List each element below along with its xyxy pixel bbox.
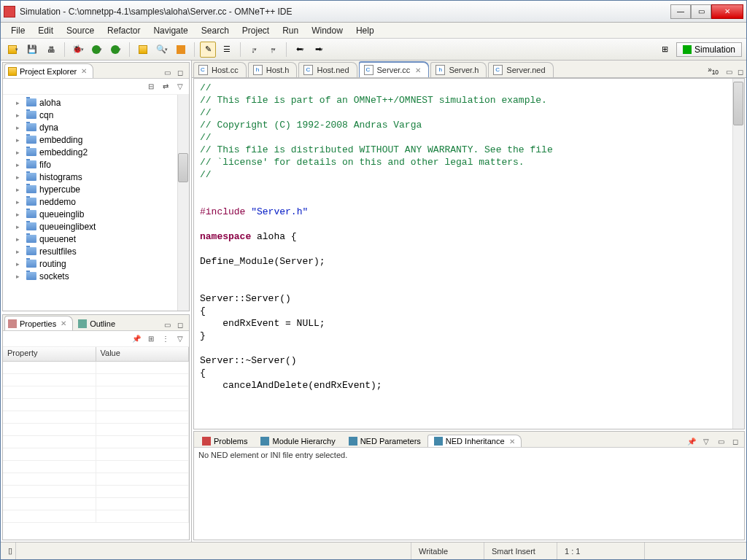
categories-button[interactable]: ⊞ — [145, 333, 157, 345]
forward-button[interactable]: ➡▾ — [311, 42, 327, 58]
menu-project[interactable]: Project — [236, 24, 275, 37]
next-annotation-button[interactable]: ↓▾ — [246, 42, 262, 58]
file-icon — [253, 65, 263, 75]
minimize-view-button[interactable]: ▭ — [161, 319, 173, 330]
close-icon[interactable]: ✕ — [415, 66, 421, 74]
collapse-all-button[interactable]: ⊟ — [145, 81, 157, 93]
editor-scrollbar[interactable] — [732, 79, 744, 429]
open-type-button[interactable] — [135, 42, 151, 58]
maximize-button[interactable]: ▭ — [691, 4, 711, 19]
editor-tab-server-ned[interactable]: Server.ned — [488, 62, 553, 77]
project-explorer-view: Project Explorer ✕ ▭ ◻ ⊟ ⇄ ▽ ▸aloha▸cqn▸… — [2, 62, 190, 311]
tree-item-sockets[interactable]: ▸sockets — [3, 270, 189, 282]
editor-tab-server-cc[interactable]: Server.cc✕ — [359, 62, 430, 77]
tree-item-label: queueinglib — [39, 209, 84, 219]
tree-item-routing[interactable]: ▸routing — [3, 257, 189, 270]
tree-item-hypercube[interactable]: ▸hypercube — [3, 183, 189, 195]
tree-item-queueinglibext[interactable]: ▸queueinglibext — [3, 220, 189, 233]
properties-title: Properties — [20, 319, 56, 328]
debug-button[interactable]: 🐞▾ — [70, 42, 86, 58]
tree-item-dyna[interactable]: ▸dyna — [3, 121, 189, 133]
filter-button[interactable]: ⋮ — [160, 333, 171, 345]
minimize-view-button[interactable]: ▭ — [161, 66, 173, 78]
tree-item-neddemo[interactable]: ▸neddemo — [3, 195, 189, 208]
close-button[interactable]: ✕ — [711, 4, 743, 19]
outline-tab[interactable]: Outline — [74, 316, 122, 330]
menu-navigate[interactable]: Navigate — [147, 24, 193, 37]
open-task-button[interactable] — [173, 42, 189, 58]
minimize-button[interactable]: — — [670, 4, 691, 19]
menu-run[interactable]: Run — [276, 24, 304, 37]
tree-item-queueinglib[interactable]: ▸queueinglib — [3, 208, 189, 220]
view-menu-button[interactable]: ▽ — [174, 81, 186, 93]
col-property[interactable]: Property — [3, 347, 96, 361]
menu-help[interactable]: Help — [350, 24, 380, 37]
project-tree[interactable]: ▸aloha▸cqn▸dyna▸embedding▸embedding2▸fif… — [3, 95, 189, 311]
menu-search[interactable]: Search — [196, 24, 235, 37]
save-button[interactable]: 💾 — [24, 42, 40, 58]
tree-item-fifo[interactable]: ▸fifo — [3, 158, 189, 171]
pin-button[interactable]: 📌 — [686, 435, 697, 447]
project-explorer-tab[interactable]: Project Explorer ✕ — [4, 63, 93, 78]
back-button[interactable]: ⬅▾ — [292, 42, 308, 58]
link-editor-button[interactable]: ⇄ — [160, 81, 171, 93]
code-line: // — [200, 107, 212, 118]
search-button[interactable]: 🔍▾ — [154, 42, 170, 58]
tree-item-embedding[interactable]: ▸embedding — [3, 133, 189, 146]
tab-overflow-button[interactable]: »10 — [703, 64, 723, 77]
bottom-tab-problems[interactable]: Problems — [196, 435, 254, 447]
maximize-view-button[interactable]: ◻ — [174, 319, 186, 330]
tree-item-queuenet[interactable]: ▸queuenet — [3, 233, 189, 245]
editor-tab-host-h[interactable]: Host.h — [248, 62, 298, 77]
maximize-view-button[interactable]: ◻ — [174, 66, 186, 78]
toggle-block-button[interactable]: ☰ — [219, 42, 235, 58]
fastview-icon[interactable]: ▯ — [8, 546, 12, 556]
tree-item-histograms[interactable]: ▸histograms — [3, 171, 189, 183]
view-menu-button[interactable]: ▽ — [174, 333, 186, 345]
scrollbar[interactable] — [177, 95, 189, 311]
tree-item-label: queueinglibext — [39, 222, 96, 232]
menu-edit[interactable]: Edit — [32, 24, 59, 37]
statusbar: ▯ Writable Smart Insert 1 : 1 — [1, 542, 746, 559]
code-line: // — [200, 132, 212, 143]
menu-refactor[interactable]: Refactor — [101, 24, 146, 37]
run-button[interactable]: ▾ — [89, 42, 105, 58]
editor-tab-host-cc[interactable]: Host.cc — [193, 62, 247, 77]
new-button[interactable]: ▾ — [5, 42, 21, 58]
editor-tab-server-h[interactable]: Server.h — [430, 62, 487, 77]
tree-item-cqn[interactable]: ▸cqn — [3, 109, 189, 121]
code-line: cancelAndDelete(endRxEvent); — [200, 380, 382, 391]
print-button[interactable]: 🖶 — [43, 42, 59, 58]
tree-item-aloha[interactable]: ▸aloha — [3, 96, 189, 109]
pin-button[interactable]: 📌 — [131, 333, 142, 345]
tree-item-resultfiles[interactable]: ▸resultfiles — [3, 245, 189, 257]
close-icon[interactable]: ✕ — [61, 319, 66, 327]
col-value[interactable]: Value — [96, 347, 190, 361]
perspective-simulation[interactable]: Simulation — [676, 42, 742, 57]
minimize-editor-button[interactable]: ▭ — [723, 66, 735, 77]
prev-annotation-button[interactable]: ↑▾ — [265, 42, 281, 58]
maximize-view-button[interactable]: ◻ — [729, 435, 741, 447]
folder-icon — [26, 173, 36, 181]
tree-item-label: embedding — [39, 135, 82, 145]
editor-tab-host-ned[interactable]: Host.ned — [298, 62, 357, 77]
open-perspective-button[interactable]: ⊞ — [657, 42, 673, 58]
profile-button[interactable]: ▾ — [108, 42, 124, 58]
source-editor[interactable]: // // This file is part of an OMNeT++/OM… — [193, 78, 745, 429]
view-menu-button[interactable]: ▽ — [700, 435, 712, 447]
maximize-editor-button[interactable]: ◻ — [735, 66, 746, 77]
menu-window[interactable]: Window — [306, 24, 349, 37]
properties-tab[interactable]: Properties ✕ — [4, 316, 73, 330]
close-icon[interactable]: ✕ — [509, 438, 515, 446]
menu-file[interactable]: File — [5, 24, 31, 37]
tree-item-embedding2[interactable]: ▸embedding2 — [3, 146, 189, 158]
toggle-mark-button[interactable]: ✎ — [200, 42, 216, 58]
bottom-tab-ned-parameters[interactable]: NED Parameters — [342, 435, 427, 447]
bottom-tab-ned-inheritance[interactable]: NED Inheritance✕ — [427, 435, 522, 447]
tab-label: NED Inheritance — [446, 437, 505, 446]
minimize-view-button[interactable]: ▭ — [715, 435, 727, 447]
menu-source[interactable]: Source — [61, 24, 100, 37]
tree-item-label: dyna — [39, 122, 58, 133]
close-icon[interactable]: ✕ — [81, 67, 87, 75]
bottom-tab-module-hierarchy[interactable]: Module Hierarchy — [254, 435, 341, 447]
